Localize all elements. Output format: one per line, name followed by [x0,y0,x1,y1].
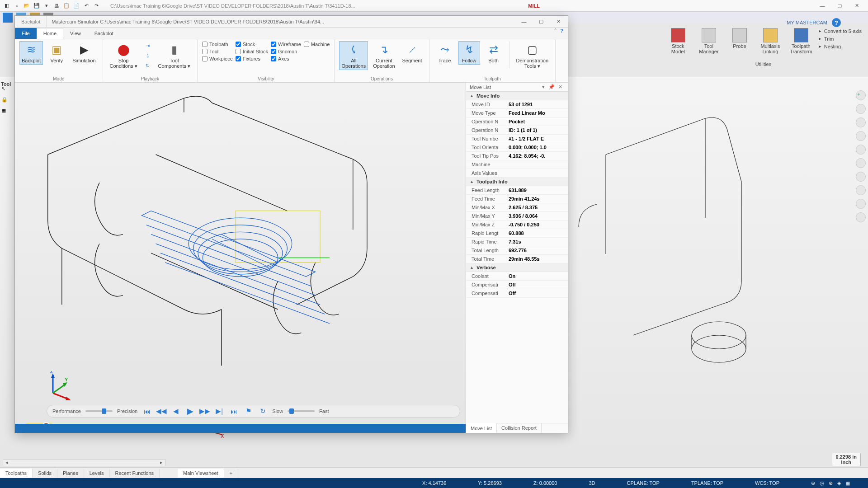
my-mastercam-link[interactable]: MY MASTERCAM [787,20,827,25]
save-icon[interactable]: 💾 [33,2,41,10]
tab-main-viewsheet[interactable]: Main Viewsheet [178,469,224,478]
new-icon[interactable]: ▫ [13,2,21,10]
copy-icon[interactable]: 📋 [62,2,71,10]
convert-5axis-button[interactable]: ▸ Convert to 5-axis [819,28,862,34]
section-verbose[interactable]: ▲Verbose [466,263,568,272]
all-operations-button[interactable]: ⤹All Operations [339,41,368,70]
trim-button[interactable]: ▸ Trim [819,36,862,42]
ltool-grid-icon[interactable]: ▦ [1,108,9,116]
tool-components-button[interactable]: ▮Tool Components ▾ [156,41,193,70]
open-icon[interactable]: 📂 [23,2,31,10]
paste-icon[interactable]: 📄 [72,2,80,10]
chk-initial-stock[interactable]: Initial Stock [236,48,268,55]
demo-tools-button[interactable]: ▢Demonstration Tools ▾ [514,41,551,70]
rg-btn-7[interactable] [856,172,866,182]
simulation-button[interactable]: ▶Simulation [70,41,98,65]
rg-btn-3[interactable] [856,117,866,127]
rg-btn-5[interactable] [856,145,866,155]
loop-button[interactable]: ↻ [258,407,268,416]
section-move-info[interactable]: ▲Move Info [466,92,568,100]
step-fwd-button[interactable]: ▶▶ [200,407,210,416]
nesting-button[interactable]: ▸ Nesting [819,43,862,49]
chk-wireframe[interactable]: Wireframe [271,41,301,47]
ribbon-collapse-icon[interactable]: ⌃ [553,28,557,33]
undo-icon[interactable]: ↶ [82,2,90,10]
chk-axes[interactable]: Axes [271,56,301,62]
current-operation-button[interactable]: ↴Current Operation [371,41,397,70]
panel-dropdown-icon[interactable]: ▾ [540,84,547,90]
panel-close-icon[interactable]: ✕ [557,84,564,90]
chk-gnomon[interactable]: Gnomon [271,48,301,55]
rg-btn-4[interactable] [856,131,866,141]
go-end-button[interactable]: ⏭ [229,407,239,416]
toolpath-transform-button[interactable]: Toolpath Transform [788,28,814,54]
panel-tab-collision[interactable]: Collision Report [497,423,542,433]
rg-btn-10[interactable] [856,212,866,222]
chk-machine[interactable]: Machine [304,41,330,47]
panel-body[interactable]: ▲Move Info Move ID53 of 1291 Move TypeFe… [466,92,568,423]
hscroll-right-icon[interactable]: ▸ [158,460,165,466]
trace-button[interactable]: ⤳Trace [434,41,456,65]
minimize-button[interactable]: — [816,1,829,10]
sim-tab-file[interactable]: File [15,28,37,39]
quality-slider[interactable] [85,410,113,412]
rg-btn-8[interactable] [856,185,866,195]
sim-tab-home[interactable]: Home [37,28,63,39]
tab-add[interactable]: + [224,469,238,478]
ltool-lock-icon[interactable]: 🔒 [1,97,9,105]
sim-titlebar[interactable]: Backplot Mastercam Simulator C:\Users\im… [15,16,568,28]
sim-tab-backplot[interactable]: Backplot [88,28,120,39]
tab-toolpaths[interactable]: Toolpaths [0,469,33,478]
speed-slider[interactable] [288,410,315,412]
chk-workpiece[interactable]: Workpiece [202,56,233,62]
status-ico-3[interactable]: ⊗ [829,480,833,486]
follow-button[interactable]: ↯Follow [458,41,480,65]
sim-tab-view[interactable]: View [63,28,88,39]
tab-levels[interactable]: Levels [84,469,110,478]
segment-button[interactable]: ⟋Segment [400,41,425,65]
sim-minimize-button[interactable]: — [517,17,531,26]
tab-solids[interactable]: Solids [33,469,57,478]
step-back-button[interactable]: ◀ [171,407,181,416]
multiaxis-button[interactable]: Multiaxis Linking [757,28,783,54]
sim-close-button[interactable]: ✕ [552,17,565,26]
panel-header[interactable]: Move List ▾ 📌 ✕ [466,83,568,92]
tool-manager-button[interactable]: Tool Manager [696,28,722,54]
tab-planes[interactable]: Planes [57,469,84,478]
stop-conditions-button[interactable]: ⬤Stop Conditions ▾ [108,41,140,70]
status-ico-4[interactable]: ◈ [837,480,841,486]
status-3d[interactable]: 3D [589,480,595,486]
ltool-cursor-icon[interactable]: ↖ [1,86,9,94]
backplot-button[interactable]: ≋Backplot [19,41,43,65]
bookmark-button[interactable]: ⚑ [243,407,253,416]
hscroll-left-icon[interactable]: ◂ [3,460,10,466]
sim-maximize-button[interactable]: ▢ [534,17,548,26]
chk-stock[interactable]: Stock [236,41,268,47]
stock-model-button[interactable]: Stock Model [665,28,691,54]
probe-button[interactable]: Probe [726,28,753,49]
status-ico-1[interactable]: ⊕ [811,480,815,486]
close-button[interactable]: ✕ [850,1,863,10]
hscroll-bar[interactable]: ◂ ▸ [3,459,165,466]
save-dropdown-icon[interactable]: ▾ [42,2,51,10]
go-start-button[interactable]: ⏮ [142,407,152,416]
panel-pin-icon[interactable]: 📌 [547,84,557,90]
pb-small-3[interactable]: ↻ [142,61,153,70]
status-cplane[interactable]: CPLANE: TOP [627,480,660,486]
rg-btn-9[interactable] [856,199,866,209]
panel-tab-movelist[interactable]: Move List [466,423,497,433]
pb-small-2[interactable]: ⤵ [142,51,153,60]
status-tplane[interactable]: TPLANE: TOP [691,480,723,486]
play-button[interactable]: ▶ [185,407,195,416]
verify-button[interactable]: ▣Verify [46,41,67,65]
tab-recent[interactable]: Recent Functions [110,469,160,478]
status-ico-5[interactable]: ▦ [845,480,850,486]
chk-tool[interactable]: Tool [202,48,233,55]
print-icon[interactable]: 🖶 [52,2,61,10]
chk-fixtures[interactable]: Fixtures [236,56,268,62]
rg-btn-6[interactable] [856,158,866,168]
rg-plus-icon[interactable]: ＋ [856,90,866,100]
rg-btn-2[interactable] [856,104,866,114]
section-toolpath-info[interactable]: ▲Toolpath Info [466,178,568,186]
sim-3d-viewport[interactable]: Z Y Performance Precision ⏮ ◀◀ ◀ ▶ ▶▶ ▶| [15,83,466,433]
